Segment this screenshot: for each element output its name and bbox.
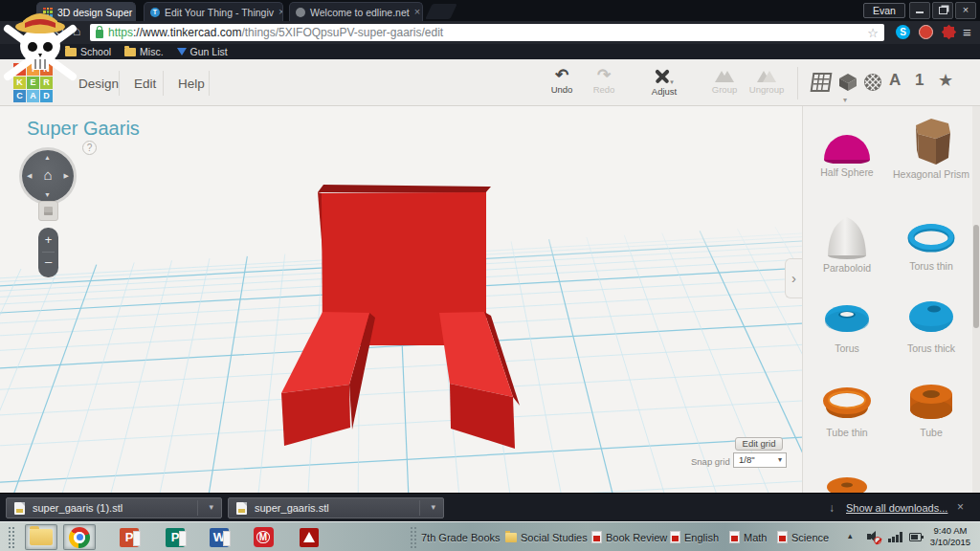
tab-thingiverse[interactable]: T Edit Your Thing - Thingiv ×	[144, 2, 283, 21]
tinkercad-header: T I N K E R C A D Design Edit Help ↶ Und…	[0, 59, 980, 106]
pdf-icon	[729, 531, 740, 543]
group-icon	[719, 71, 730, 84]
panel-scrollbar[interactable]	[972, 106, 980, 493]
undo-button[interactable]: ↶ Undo	[540, 67, 584, 95]
pattern-sphere-icon[interactable]	[863, 73, 882, 92]
window-minimize-button[interactable]	[909, 2, 930, 19]
zoom-out-button[interactable]: –	[38, 253, 58, 276]
edit-grid-button[interactable]: Edit grid	[735, 437, 783, 451]
shortcut-english[interactable]: English	[670, 522, 719, 551]
shortcut-book-review[interactable]: Book Review	[591, 522, 667, 551]
help-button[interactable]: ?	[82, 141, 97, 155]
shape-tube[interactable]: Tube	[890, 378, 972, 438]
volume-muted-icon[interactable]	[867, 531, 880, 542]
number-tool-icon[interactable]: 1	[915, 71, 924, 90]
undo-icon: ↶	[540, 67, 584, 84]
zoom-control[interactable]: + –	[38, 228, 58, 277]
shape-torus[interactable]: Torus	[806, 298, 888, 354]
downloads-bar: super_gaaris (1).stl ▾ super_gaaris.stl …	[0, 493, 980, 521]
window-close-button[interactable]: ×	[955, 2, 976, 19]
view-cube-button[interactable]	[38, 201, 58, 221]
panel-collapse-chevron[interactable]: ›	[785, 258, 802, 298]
taskbar-clock[interactable]: 9:40 AM 3/10/2015	[923, 525, 978, 548]
browser-menu-icon[interactable]: ≡	[963, 24, 971, 40]
download-item[interactable]: super_gaaris.stl ▾	[228, 497, 444, 518]
shortcut-science[interactable]: Science	[777, 522, 829, 551]
menu-help[interactable]: Help	[168, 73, 214, 95]
adjust-icon	[655, 69, 670, 84]
shape-half-sphere[interactable]: Half Sphere	[806, 125, 888, 178]
shortcut-math[interactable]: Math	[729, 522, 767, 551]
shape-hexagonal-prism[interactable]: Hexagonal Prism	[890, 114, 972, 180]
redo-button[interactable]: ↷ Redo	[582, 67, 626, 95]
ssl-lock-icon	[96, 30, 103, 38]
zoom-in-button[interactable]: +	[38, 228, 58, 252]
workplane-icon[interactable]	[811, 73, 833, 92]
ungroup-button[interactable]: Ungroup	[745, 67, 789, 95]
skype-extension-icon[interactable]: S	[896, 25, 910, 39]
shape-torus-thin[interactable]: Torus thin	[890, 219, 972, 272]
snap-grid-select[interactable]: 1/8" ▾	[733, 452, 787, 468]
windows-taskbar: P P W M 7th Grade Books Social Studies B…	[0, 521, 980, 551]
browser-profile-button[interactable]: Evan	[863, 3, 905, 18]
shape-torus-thick[interactable]: Torus thick	[890, 294, 972, 354]
shape-partial-next-row[interactable]	[806, 472, 888, 493]
stl-file-icon	[236, 502, 247, 515]
shortcut-7th-grade-books[interactable]: 7th Grade Books	[421, 522, 501, 551]
taskbar-makerbot-button[interactable]: M	[247, 524, 279, 550]
shape-tube-thin[interactable]: Tube thin	[806, 382, 888, 438]
network-signal-icon[interactable]	[888, 532, 903, 542]
workplane-scene	[0, 106, 802, 493]
show-all-downloads-link[interactable]: Show all downloads...	[846, 502, 947, 514]
download-options-arrow[interactable]: ▾	[209, 502, 213, 512]
group-button[interactable]: Group	[702, 67, 746, 95]
starburst-extension-icon[interactable]	[942, 25, 956, 39]
text-tool-icon[interactable]: A	[889, 71, 901, 90]
downloads-bar-close-icon[interactable]: ×	[957, 500, 964, 514]
bookmark-gun-list[interactable]: Gun List	[173, 46, 232, 57]
shape-library-panel: Half Sphere Hexagonal Prism Paraboloid T…	[802, 106, 980, 493]
favorites-star-icon[interactable]: ★	[938, 70, 953, 91]
taskbar-chrome-button[interactable]	[63, 524, 96, 550]
battery-icon[interactable]	[909, 533, 922, 541]
bookmark-folder-misc[interactable]: Misc.	[121, 46, 167, 57]
design-viewport[interactable]: Super Gaaris ▲ ▼ ◀ ▶ ⌂ ? + – › Edit grid…	[0, 106, 802, 493]
orbit-control[interactable]: ▲ ▼ ◀ ▶ ⌂	[22, 150, 74, 202]
tab-edline[interactable]: Welcome to edline.net ×	[289, 2, 423, 21]
taskbar-word-button[interactable]: W	[203, 524, 235, 550]
url-scheme: https	[108, 26, 133, 39]
taskbar-powerpoint-button[interactable]: P	[113, 524, 145, 550]
new-tab-button[interactable]	[425, 4, 457, 19]
taskbar-publisher-button[interactable]: P	[159, 524, 191, 550]
download-options-arrow[interactable]: ▾	[431, 502, 435, 512]
tab-close-icon[interactable]: ×	[414, 7, 420, 17]
tab-title: Edit Your Thing - Thingiv	[165, 7, 274, 18]
browser-toolbar: ← ↻ ⌂ https ://www.tinkercad.com /things…	[0, 21, 980, 44]
shapes-cube-icon[interactable]	[838, 73, 858, 92]
download-arrow-icon: ↓	[829, 501, 835, 515]
tab-title: Welcome to edline.net	[310, 7, 410, 18]
taskbar-adobe-button[interactable]	[293, 524, 325, 550]
taskbar-explorer-button[interactable]	[25, 524, 57, 550]
adblock-extension-icon[interactable]	[919, 25, 933, 39]
panel-scrollbar-thumb[interactable]	[973, 225, 979, 328]
rotate-up-icon[interactable]: ▲	[44, 154, 51, 161]
rotate-down-icon[interactable]: ▼	[44, 191, 51, 198]
shape-paraboloid[interactable]: Paraboloid	[806, 211, 888, 274]
taskbar-grip	[410, 526, 417, 548]
address-bar[interactable]: https ://www.tinkercad.com /things/5XIFO…	[90, 24, 884, 41]
panel-dropdown-chevron[interactable]: ▾	[843, 96, 847, 104]
window-maximize-button[interactable]	[932, 2, 953, 19]
clock-date: 3/10/2015	[923, 537, 978, 548]
tray-hidden-icons-arrow[interactable]: ▴	[848, 531, 853, 540]
bookmarks-bar: School Misc. Gun List	[0, 44, 980, 59]
adjust-button[interactable]: ▾ Adjust	[642, 67, 686, 97]
design-title: Super Gaaris	[27, 118, 140, 140]
bookmark-star-icon[interactable]: ☆	[867, 26, 879, 40]
download-item[interactable]: super_gaaris (1).stl ▾	[6, 497, 222, 518]
shortcut-social-studies[interactable]: Social Studies	[505, 522, 588, 551]
tab-close-icon[interactable]: ×	[278, 7, 283, 17]
menu-edit[interactable]: Edit	[124, 73, 166, 95]
home-view-icon[interactable]: ⌂	[22, 166, 74, 183]
pdf-icon	[670, 531, 680, 543]
